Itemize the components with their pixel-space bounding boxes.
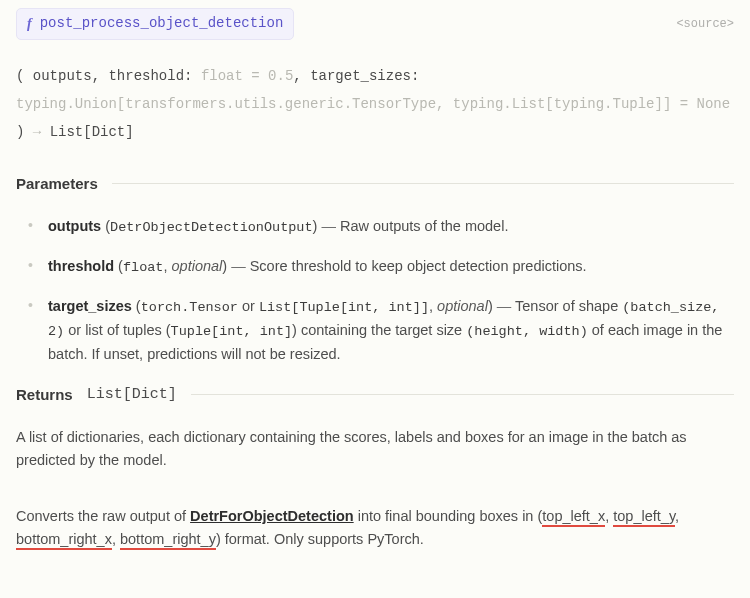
detr-link[interactable]: DetrForObjectDetection (190, 508, 354, 524)
returns-label: Returns (16, 383, 73, 406)
param-target-sizes: target_sizes (torch.Tensor or List[Tuple… (24, 295, 734, 365)
param-threshold: threshold (float, optional) — Score thre… (24, 255, 734, 279)
coord-bottom-right-x: bottom_right_x (16, 531, 112, 550)
function-name: post_process_object_detection (40, 13, 284, 35)
coord-bottom-right-y: bottom_right_y (120, 531, 216, 550)
function-name-pill[interactable]: f post_process_object_detection (16, 8, 294, 40)
function-signature: ( outputs, threshold: float = 0.5, targe… (16, 62, 734, 146)
divider (112, 183, 734, 184)
function-header: f post_process_object_detection source (16, 8, 734, 40)
doc-container: f post_process_object_detection source (… (0, 0, 750, 598)
parameters-heading: Parameters (16, 172, 734, 195)
coord-top-left-x: top_left_x (542, 508, 605, 527)
returns-description: A list of dictionaries, each dictionary … (16, 426, 734, 471)
returns-heading: Returns List[Dict] (16, 383, 734, 406)
parameters-label: Parameters (16, 172, 98, 195)
source-link[interactable]: source (676, 15, 734, 34)
function-description: Converts the raw output of DetrForObject… (16, 505, 734, 550)
function-icon: f (27, 13, 32, 35)
coord-top-left-y: top_left_y (613, 508, 675, 527)
returns-type: List[Dict] (87, 383, 177, 406)
param-outputs: outputs (DetrObjectDetectionOutput) — Ra… (24, 215, 734, 239)
parameters-list: outputs (DetrObjectDetectionOutput) — Ra… (16, 215, 734, 365)
divider (191, 394, 734, 395)
